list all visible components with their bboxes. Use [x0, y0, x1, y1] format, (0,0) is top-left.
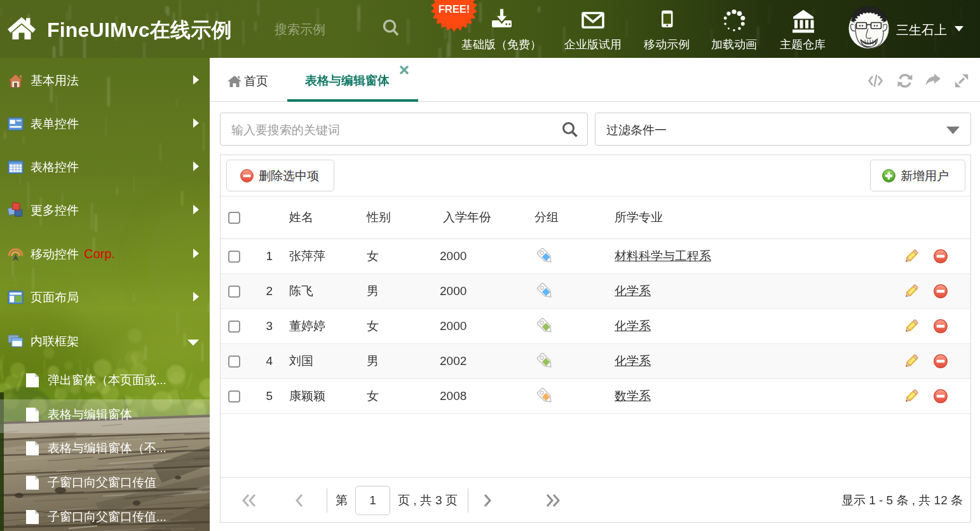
svg-text:FREE!: FREE! — [439, 3, 470, 15]
